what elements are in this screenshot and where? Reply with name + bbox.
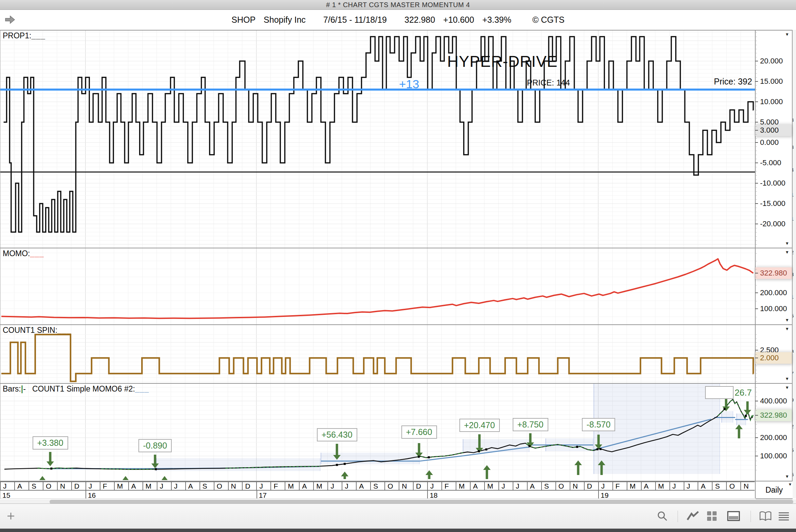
bars-dash: - <box>23 384 26 393</box>
axis-minor-tick <box>755 465 757 466</box>
trend-icon[interactable] <box>685 509 700 524</box>
period-selector[interactable]: Daily▾ <box>756 481 793 499</box>
axis-minor-tick <box>755 461 757 461</box>
book-icon[interactable] <box>758 509 773 524</box>
panel-bars-plot[interactable] <box>0 384 755 481</box>
panel-collapse-triangle-icon[interactable]: ▾ <box>786 385 789 390</box>
momo-axis-tick-label: 200.000 <box>760 287 791 299</box>
panel-momo-plot[interactable] <box>0 248 755 324</box>
axis-minor-tick <box>755 69 757 70</box>
axis-left-border <box>755 30 756 498</box>
menu-icon[interactable] <box>776 509 791 524</box>
panel-collapse-triangle-icon[interactable]: ▾ <box>786 32 789 37</box>
spin-slot[interactable]: ___ <box>57 326 71 335</box>
price-change: +10.600 <box>443 15 474 25</box>
chart-area[interactable]: li334112315a7925620.00015.00010.0005.000… <box>0 30 796 498</box>
axis-minor-tick <box>755 134 757 135</box>
toolbar-divider <box>751 511 751 522</box>
axis-minor-tick <box>755 470 757 470</box>
axis-minor-tick <box>755 301 757 301</box>
axis-tick <box>755 203 758 204</box>
clipped-glyph: 3 <box>793 117 794 123</box>
month-cell: J <box>157 481 171 491</box>
axis-minor-tick <box>755 110 757 110</box>
axis-tick <box>755 350 758 350</box>
month-cell: A <box>14 481 29 491</box>
panel-separator <box>0 30 792 31</box>
axis-minor-tick <box>755 41 757 41</box>
panel-split-icon[interactable] <box>726 509 741 524</box>
axis-minor-tick <box>755 98 757 98</box>
axis-minor-tick <box>755 433 757 434</box>
axis-minor-tick <box>755 240 757 241</box>
month-cell: J <box>171 481 185 491</box>
clipped-glyph: 6 <box>793 472 794 477</box>
month-cell: S <box>200 481 214 491</box>
month-cell: D <box>584 481 598 491</box>
panel-collapse-triangle-icon[interactable]: ▾ <box>786 318 789 322</box>
grid-icon[interactable] <box>704 509 719 524</box>
axis-minor-tick <box>755 191 757 192</box>
axis-minor-tick <box>755 200 757 200</box>
last-price: 322.980 <box>404 15 435 25</box>
month-cell: J <box>513 481 527 491</box>
bottom-toolbar <box>0 504 796 529</box>
axis-minor-tick <box>755 374 757 374</box>
panel-separator <box>0 383 792 384</box>
axis-minor-tick <box>755 378 757 378</box>
month-cell: M <box>313 481 327 491</box>
prop1-slot[interactable]: ___ <box>31 31 45 40</box>
quote-bar: SHOP Shopify Inc 7/6/15 - 11/18/19 322.9… <box>0 10 796 30</box>
month-cell: A <box>128 481 143 491</box>
axis-minor-tick <box>755 77 757 78</box>
trade-annotation-box: +3.380 <box>33 436 68 450</box>
clipped-glyph: 7 <box>793 370 794 376</box>
axis-minor-tick <box>755 49 757 49</box>
axis-minor-tick <box>755 381 757 382</box>
month-cell: A <box>356 481 370 491</box>
prop1-axis-tick-label: 3.000 <box>760 125 791 136</box>
prop1-axis-tick-label: -15.000 <box>760 198 791 209</box>
panel-spin-plot[interactable] <box>0 325 755 383</box>
month-cell: J <box>427 481 441 491</box>
bars-slot[interactable]: ___ <box>135 384 149 393</box>
month-cell: J <box>256 481 270 491</box>
price-144-annotation: PRICE: 144 <box>527 78 570 88</box>
toolbar-divider <box>678 511 678 522</box>
bars-axis-tick-label: 200.000 <box>760 432 791 443</box>
period-triangle-icon[interactable]: ▾ <box>789 481 791 487</box>
month-cell: D <box>242 481 256 491</box>
year-label: 16 <box>88 491 96 499</box>
partial-annotation-box <box>705 386 734 399</box>
search-icon[interactable] <box>655 509 670 524</box>
trade-annotation-box: +7.660 <box>401 425 437 439</box>
period-label: Daily <box>765 486 783 495</box>
axis-minor-tick <box>755 387 757 388</box>
panel-collapse-triangle-icon[interactable]: ▾ <box>786 326 789 331</box>
panel-collapse-triangle-icon[interactable]: ▾ <box>786 474 789 479</box>
clipped-glyph: 2 <box>793 423 794 429</box>
panel-collapse-triangle-icon[interactable]: ▾ <box>786 241 789 246</box>
axis-minor-tick <box>755 244 757 245</box>
axis-minor-tick <box>755 179 757 179</box>
year-label: 17 <box>259 491 267 499</box>
panel-separator <box>0 324 792 325</box>
prop1-axis-tick-label: 0.000 <box>760 137 791 148</box>
panel-collapse-triangle-icon[interactable]: ▾ <box>786 250 789 254</box>
window-titlebar[interactable]: # 1 * CHART CGTS MASTER MOMENTUM 4 <box>0 0 796 10</box>
month-cell: D <box>71 481 86 491</box>
month-cell: S <box>712 481 726 491</box>
momo-slot[interactable]: ___ <box>30 249 44 258</box>
panel-prop1-plot[interactable] <box>0 31 755 248</box>
month-cell: M <box>114 481 128 491</box>
prop1-axis-tick-label: -10.000 <box>760 177 791 189</box>
axis-minor-tick <box>755 236 757 236</box>
plus-icon[interactable] <box>3 509 18 524</box>
month-cell: N <box>570 481 584 491</box>
axis-minor-tick <box>755 370 757 370</box>
panel-collapse-triangle-icon[interactable]: ▾ <box>786 376 789 381</box>
axis-tick <box>755 61 758 61</box>
plus13-line-label: +13 <box>399 77 419 91</box>
month-cell: J <box>327 481 342 491</box>
axis-minor-tick <box>755 447 757 447</box>
